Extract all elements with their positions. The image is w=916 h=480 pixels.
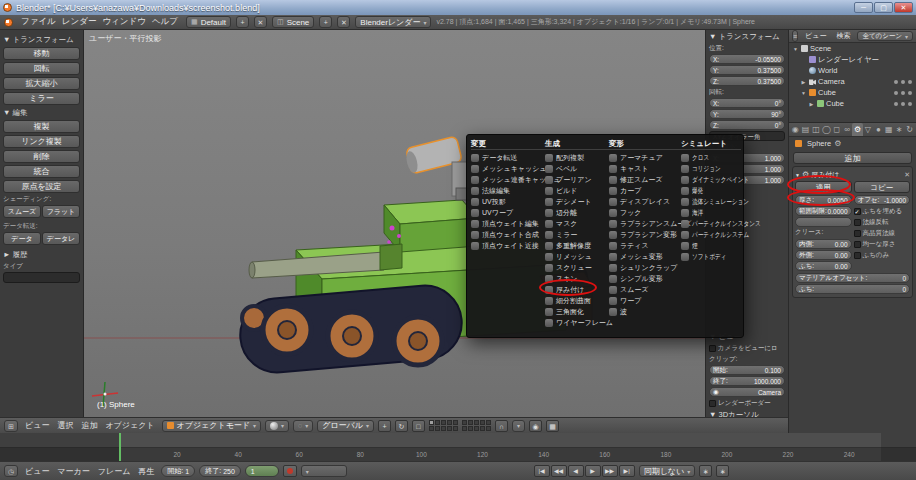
properties-tab-render-layers[interactable]: ▤ (800, 123, 810, 136)
checkbox-icon[interactable] (709, 400, 716, 407)
properties-tab-modifiers[interactable]: ⚙ (852, 123, 862, 136)
timeline-menu-item[interactable]: マーカー (54, 466, 92, 477)
frame-start-field[interactable]: 開始: 1 (161, 465, 195, 477)
add-modifier-button[interactable]: 追加 (793, 152, 912, 164)
view3d-editor-icon[interactable]: ⊞ (4, 420, 18, 432)
number-field[interactable]: X:-0.05500 (709, 54, 785, 64)
modifier-menu-item[interactable]: コリジョン (681, 163, 741, 174)
modifier-menu-item[interactable]: スキン (545, 273, 609, 284)
render-opengl-icon[interactable]: ◉ (529, 420, 542, 432)
checkbox-icon[interactable]: ✓ (854, 208, 861, 215)
select-toggle-icon[interactable] (901, 80, 905, 84)
disclosure-triangle-icon[interactable]: ▶ (800, 79, 807, 85)
modifier-menu-item[interactable]: スクリュー (545, 262, 609, 273)
modifier-menu-item[interactable]: 頂点ウェイト合成 (471, 229, 545, 240)
modifier-menu-item[interactable]: 頂点ウェイト近接 (471, 240, 545, 251)
jump-to-start-button[interactable]: |◀ (534, 465, 550, 477)
modifier-menu-item[interactable]: シュリンクラップ (609, 262, 681, 273)
layer-toggle[interactable] (447, 426, 452, 431)
modifier-menu-item[interactable]: パーティクルシステム (681, 229, 741, 240)
modifier-menu-item[interactable]: ダイナミックペイント (681, 174, 741, 185)
scale-manipulator-button[interactable]: □ (412, 420, 425, 432)
layer-toggle[interactable] (441, 420, 446, 425)
mode-dropdown[interactable]: オブジェクトモード ▾ (162, 420, 262, 432)
tool-button[interactable]: スムーズ (3, 205, 41, 218)
copy-button[interactable]: コピー (854, 181, 911, 193)
tool-button[interactable]: 削除 (3, 150, 80, 163)
modifier-menu-item[interactable]: 多重解像度 (545, 240, 609, 251)
current-frame-playhead[interactable] (119, 433, 121, 461)
layer-toggle[interactable] (474, 420, 479, 425)
eye-toggle-icon[interactable] (894, 102, 898, 106)
toolshelf-panel-header[interactable]: ► 履歴 (3, 250, 80, 260)
layer-toggle[interactable] (435, 426, 440, 431)
number-field[interactable]: X:0° (709, 98, 785, 108)
modifier-menu-item[interactable]: パーティクルインスタンス (681, 218, 741, 229)
frame-end-field[interactable]: 終了: 250 (199, 465, 241, 477)
timeline-ruler[interactable]: 20406080100120140160180200220240 (0, 447, 916, 461)
timeline-menu-item[interactable]: フレーム (95, 466, 134, 477)
view3d-menu-item[interactable]: 選択 (54, 420, 76, 431)
modifier-menu-item[interactable]: 法線編集 (471, 185, 545, 196)
modifier-menu-item[interactable]: 修正スムーズ (609, 174, 681, 185)
offset-field[interactable]: オフセ:-1.0000 (854, 195, 911, 205)
properties-tab-constraints[interactable]: ∞ (842, 123, 852, 136)
modifier-menu-item[interactable]: ビルド (545, 185, 609, 196)
minimize-button[interactable]: ─ (854, 2, 873, 13)
tool-button[interactable]: リンク複製 (3, 135, 80, 148)
outliner-row[interactable]: ▶Cube (789, 98, 916, 109)
outliner-row[interactable]: ▼Scene (789, 43, 916, 54)
modifier-menu-item[interactable]: 配列複製 (545, 152, 609, 163)
modifier-menu-item[interactable]: 三角面化 (545, 306, 609, 317)
properties-tab-object-data[interactable]: ▽ (863, 123, 873, 136)
checkbox-icon[interactable] (709, 345, 716, 352)
checkbox-row[interactable]: 高品質法線 (854, 229, 911, 238)
modifier-menu-item[interactable]: フック (609, 207, 681, 218)
keying-set-dropdown[interactable]: ▾ (301, 465, 347, 477)
modifier-menu-item[interactable]: 波 (609, 306, 681, 317)
tool-button[interactable]: 拡大縮小 (3, 77, 80, 90)
menubar-item[interactable]: ヘルプ (149, 16, 181, 28)
render-toggle-icon[interactable] (908, 91, 912, 95)
delete-scene-button[interactable]: ✕ (337, 16, 350, 28)
camera-selector-field[interactable]: ◉ Camera (709, 387, 785, 397)
layer-grid-1[interactable] (429, 420, 458, 431)
layer-toggle[interactable] (447, 420, 452, 425)
modifier-menu-item[interactable]: シンプル変形 (609, 273, 681, 284)
render-engine-dropdown[interactable]: Blenderレンダー ▾ (355, 16, 431, 28)
modifier-menu-item[interactable]: メッシュ連番キャッシュ (471, 174, 545, 185)
jump-to-prev-keyframe-button[interactable]: ◀◀ (551, 465, 567, 477)
redo-type-dropdown[interactable] (3, 272, 80, 283)
play-button[interactable]: ▶ (585, 465, 601, 477)
lock-camera-checkbox-row[interactable]: カメラをビューにロ (709, 344, 785, 353)
layer-toggle[interactable] (468, 426, 473, 431)
layer-toggle[interactable] (468, 420, 473, 425)
modifier-menu-item[interactable]: デシメート (545, 196, 609, 207)
modifier-menu-item[interactable]: ミラー (545, 229, 609, 240)
modifier-panel-header[interactable]: ▼ ⚙ 厚み付け ✕ (795, 169, 910, 180)
outliner-row[interactable]: レンダーレイヤー (789, 54, 916, 65)
modifier-menu-item[interactable]: カーブ (609, 185, 681, 196)
tool-button[interactable]: フラット (42, 205, 80, 218)
add-layout-button[interactable]: + (236, 16, 249, 28)
number-field[interactable]: ふち:0 (795, 284, 910, 294)
properties-tab-physics[interactable]: ↻ (904, 123, 914, 136)
modifier-name[interactable]: 厚み付け (811, 170, 839, 180)
insert-keyframe-button[interactable]: ∗ (699, 465, 712, 477)
current-frame-field[interactable]: 1 (245, 465, 279, 477)
modifier-menu-item[interactable]: ソフトボディ (681, 251, 741, 262)
toolshelf-panel-header[interactable]: ▼ トランスフォーム (3, 35, 80, 45)
number-field[interactable]: マテリアルオフセット:0 (795, 273, 910, 283)
toolshelf-panel-header[interactable]: ▼ 編集 (3, 108, 80, 118)
number-field[interactable]: 内側:0.00 (795, 239, 852, 249)
modifier-menu-item[interactable]: キャスト (609, 163, 681, 174)
modifier-menu-item[interactable]: リメッシュ (545, 251, 609, 262)
modifier-menu-item[interactable]: メッシュ変形 (609, 251, 681, 262)
checkbox-row[interactable]: 法線反転 (854, 218, 911, 227)
av-sync-dropdown[interactable]: 同期しない ▾ (639, 465, 696, 477)
number-field[interactable]: ふち:0.00 (795, 261, 852, 271)
modifier-menu-item[interactable]: 流体シミュレーション (681, 196, 741, 207)
tool-button[interactable]: 統合 (3, 165, 80, 178)
disclosure-triangle-icon[interactable]: ▼ (800, 90, 807, 96)
checkbox-icon[interactable] (854, 230, 861, 237)
